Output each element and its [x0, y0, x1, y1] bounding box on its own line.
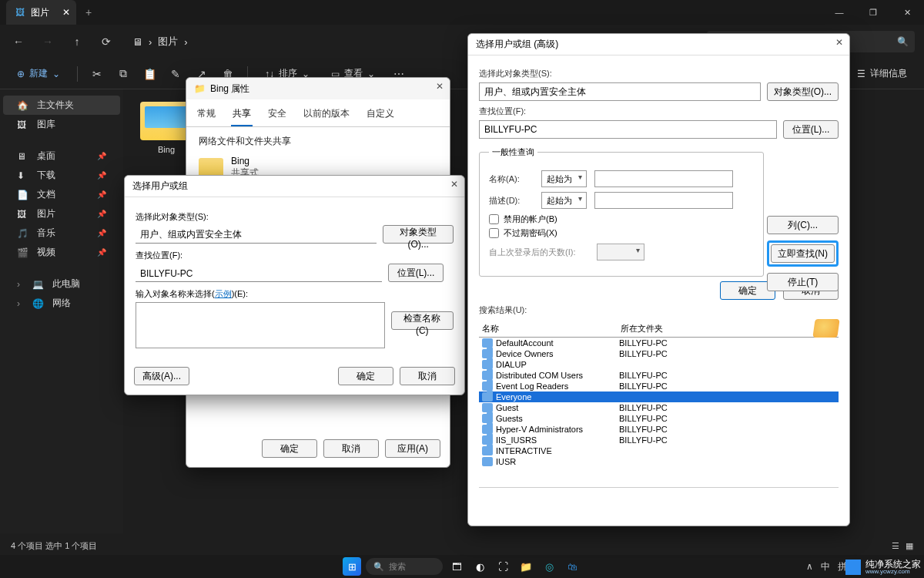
cut-button[interactable]: ✂: [87, 68, 107, 80]
result-row[interactable]: DIALUP: [479, 359, 839, 370]
find-now-highlight: 立即查找(N): [767, 240, 839, 267]
sidebar-label: 视频: [37, 246, 55, 259]
sidebar-item[interactable]: 🖼图库: [3, 115, 120, 134]
property-tab[interactable]: 以前的版本: [302, 104, 351, 126]
dialog-title[interactable]: 📁 Bing 属性 ✕: [186, 78, 450, 99]
apply-button[interactable]: 应用(A): [385, 439, 440, 458]
ime-indicator[interactable]: 中: [821, 560, 830, 573]
start-button[interactable]: ⊞: [343, 557, 361, 576]
row-name: IUSR: [496, 457, 516, 466]
object-types-button[interactable]: 对象类型(O)...: [383, 225, 454, 244]
sidebar-item[interactable]: 📄文档📌: [3, 185, 120, 204]
advanced-button[interactable]: 高级(A)...: [134, 367, 189, 385]
dialog-title[interactable]: 选择用户或组 ✕: [125, 176, 464, 197]
sidebar-item[interactable]: ›🌐网络: [3, 294, 120, 313]
sidebar-item[interactable]: 🎬视频📌: [3, 243, 120, 262]
example-link[interactable]: 示例: [215, 289, 232, 298]
chevron-up-icon[interactable]: ∧: [806, 561, 813, 572]
dialog-title[interactable]: 选择用户或组 (高级) ✕: [468, 34, 849, 55]
up-button[interactable]: ↑: [68, 35, 86, 48]
ok-button[interactable]: 确定: [338, 367, 393, 385]
result-row[interactable]: INTERACTIVE: [479, 445, 839, 456]
property-tab[interactable]: 自定义: [365, 104, 396, 126]
sidebar-label: 文档: [37, 188, 55, 201]
edge-icon[interactable]: ◎: [540, 557, 558, 576]
close-tab-icon[interactable]: ✕: [62, 7, 70, 18]
desc-operator-select[interactable]: 起始为: [541, 192, 587, 209]
window-tab[interactable]: 🖼 图片 ✕: [6, 0, 76, 25]
property-tab[interactable]: 安全: [266, 104, 288, 126]
location-field[interactable]: [136, 265, 382, 282]
system-tray[interactable]: ∧ 中 拼: [806, 560, 847, 573]
widgets-icon[interactable]: ⛶: [494, 557, 512, 576]
result-row[interactable]: Device OwnersBILLYFU-PC: [479, 348, 839, 359]
sidebar-item[interactable]: ›💻此电脑: [3, 274, 120, 294]
property-tab[interactable]: 常规: [196, 104, 217, 126]
view-list-icon[interactable]: ☰: [892, 541, 899, 551]
days-spinner[interactable]: [597, 244, 644, 260]
refresh-button[interactable]: ⟳: [97, 35, 116, 48]
sidebar-icon: ⬇: [17, 170, 29, 181]
object-types-button[interactable]: 对象类型(O)...: [767, 82, 839, 101]
desc-input[interactable]: [594, 192, 733, 209]
results-list[interactable]: DefaultAccountBILLYFU-PCDevice OwnersBIL…: [479, 338, 839, 488]
ok-button[interactable]: 确定: [262, 439, 317, 458]
maximize-button[interactable]: ❐: [856, 0, 890, 25]
sidebar-item[interactable]: 🖼图片📌: [3, 204, 120, 223]
copilot-icon[interactable]: ◐: [470, 557, 489, 576]
new-button[interactable]: ⊕新建⌄: [9, 64, 68, 83]
object-names-label: 输入对象名称来选择(示例)(E):: [136, 288, 454, 300]
result-row[interactable]: Distributed COM UsersBILLYFU-PC: [479, 370, 839, 381]
sidebar-item[interactable]: 🏠主文件夹: [3, 96, 120, 115]
result-row[interactable]: DefaultAccountBILLYFU-PC: [479, 338, 839, 348]
cancel-button[interactable]: 取消: [400, 367, 455, 385]
result-row[interactable]: IIS_IUSRSBILLYFU-PC: [479, 435, 839, 445]
copy-button[interactable]: ⧉: [113, 67, 133, 80]
result-row[interactable]: Hyper-V AdministratorsBILLYFU-PC: [479, 424, 839, 435]
forward-button[interactable]: →: [38, 35, 57, 48]
name-operator-select[interactable]: 起始为: [541, 170, 587, 187]
result-row[interactable]: GuestBILLYFU-PC: [479, 402, 839, 413]
columns-button[interactable]: 列(C)...: [767, 216, 839, 234]
locations-button[interactable]: 位置(L)...: [783, 120, 839, 139]
rename-button[interactable]: ✎: [166, 68, 186, 80]
details-button[interactable]: ☰详细信息: [849, 64, 915, 83]
property-tab[interactable]: 共享: [231, 104, 253, 126]
location-field[interactable]: [479, 120, 777, 139]
result-row[interactable]: IUSR: [479, 456, 839, 467]
view-grid-icon[interactable]: ▦: [906, 541, 913, 551]
store-icon[interactable]: 🛍: [563, 557, 581, 576]
object-names-input[interactable]: [136, 302, 385, 348]
result-row[interactable]: GuestsBILLYFU-PC: [479, 413, 839, 424]
paste-button[interactable]: 📋: [139, 68, 159, 80]
result-row[interactable]: Event Log ReadersBILLYFU-PC: [479, 381, 839, 391]
add-tab-button[interactable]: +: [85, 6, 92, 18]
users-icon: [812, 319, 839, 338]
sidebar-item[interactable]: 🖥桌面📌: [3, 146, 120, 166]
disabled-accounts-checkbox[interactable]: 禁用的帐户(B): [489, 213, 754, 225]
explorer-icon[interactable]: 📁: [517, 557, 535, 576]
close-icon[interactable]: ✕: [436, 81, 444, 92]
find-now-button[interactable]: 立即查找(N): [771, 244, 835, 263]
sidebar-group-home: 🏠主文件夹🖼图库: [3, 96, 120, 134]
object-type-field[interactable]: [136, 227, 377, 244]
sidebar-label: 图库: [37, 118, 55, 131]
check-names-button[interactable]: 检查名称(C): [391, 311, 454, 330]
locations-button[interactable]: 位置(L)...: [388, 264, 444, 282]
sidebar-item[interactable]: 🎵音乐📌: [3, 223, 120, 243]
stop-button[interactable]: 停止(T): [767, 273, 839, 291]
non-expiring-password-checkbox[interactable]: 不过期密码(X): [489, 227, 754, 239]
cancel-button[interactable]: 取消: [323, 439, 379, 458]
close-icon[interactable]: ✕: [450, 179, 458, 190]
back-button[interactable]: ←: [9, 35, 28, 48]
name-input[interactable]: [594, 170, 733, 187]
task-view-icon[interactable]: 🗔: [447, 557, 466, 576]
name-label: 名称(A):: [489, 173, 534, 185]
taskbar-search[interactable]: 🔍搜索: [366, 558, 443, 575]
sidebar-item[interactable]: ⬇下载📌: [3, 166, 120, 185]
result-row[interactable]: Everyone: [479, 391, 839, 402]
minimize-button[interactable]: —: [822, 0, 856, 25]
close-window-button[interactable]: ✕: [890, 0, 924, 25]
object-type-field[interactable]: [479, 82, 761, 101]
close-icon[interactable]: ✕: [835, 37, 843, 48]
